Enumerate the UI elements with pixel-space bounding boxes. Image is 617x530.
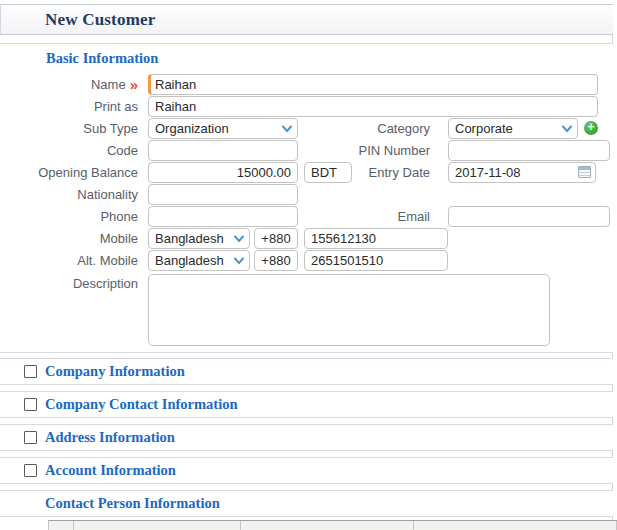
section-contact-person-information[interactable]: Contact Person Information bbox=[0, 490, 613, 517]
name-label: Name bbox=[91, 77, 126, 92]
entry-date-label: Entry Date bbox=[352, 165, 430, 180]
currency-code-input[interactable] bbox=[304, 162, 352, 183]
contact-person-table-header bbox=[48, 520, 617, 530]
print-as-input[interactable] bbox=[148, 96, 598, 117]
nationality-label: Nationality bbox=[77, 187, 138, 202]
mobile-number-input[interactable] bbox=[304, 228, 448, 249]
company-contact-information-checkbox[interactable] bbox=[24, 398, 37, 411]
category-label: Category bbox=[298, 121, 430, 136]
section-account-information[interactable]: Account Information bbox=[0, 457, 613, 484]
print-as-label: Print as bbox=[94, 99, 138, 114]
nationality-input[interactable] bbox=[148, 184, 298, 205]
description-row: Description bbox=[0, 271, 613, 349]
opening-balance-entry-date-row: Opening Balance Entry Date bbox=[0, 161, 613, 183]
name-input[interactable] bbox=[148, 74, 598, 95]
code-pin-row: Code PIN Number bbox=[0, 139, 613, 161]
alt-mobile-dial-code-input[interactable] bbox=[254, 250, 298, 271]
category-select[interactable]: Corporate bbox=[448, 118, 578, 139]
company-information-title[interactable]: Company Information bbox=[45, 363, 185, 380]
pin-number-input[interactable] bbox=[448, 140, 610, 161]
section-company-contact-information[interactable]: Company Contact Information bbox=[0, 391, 613, 418]
company-contact-information-title[interactable]: Company Contact Information bbox=[45, 396, 238, 413]
section-address-information[interactable]: Address Information bbox=[0, 424, 613, 451]
chevron-down-icon bbox=[234, 257, 244, 265]
table-header-cell bbox=[49, 521, 74, 530]
name-row: Name » bbox=[0, 73, 613, 95]
opening-balance-label: Opening Balance bbox=[38, 165, 138, 180]
sub-type-label: Sub Type bbox=[83, 121, 138, 136]
chevron-down-icon bbox=[562, 125, 572, 133]
alt-mobile-country-select[interactable]: Bangladesh bbox=[148, 250, 250, 271]
email-input[interactable] bbox=[448, 206, 610, 227]
required-marker: » bbox=[130, 77, 138, 92]
mobile-country-value: Bangladesh bbox=[155, 231, 224, 246]
phone-input[interactable] bbox=[148, 206, 298, 227]
page-title: New Customer bbox=[1, 10, 156, 30]
entry-date-field bbox=[448, 162, 596, 183]
add-category-icon[interactable]: + bbox=[584, 121, 598, 135]
account-information-title[interactable]: Account Information bbox=[45, 462, 176, 479]
sub-type-select[interactable]: Organization bbox=[148, 118, 298, 139]
print-as-row: Print as bbox=[0, 95, 613, 117]
mobile-label: Mobile bbox=[100, 231, 138, 246]
sub-type-value: Organization bbox=[155, 121, 229, 136]
alt-mobile-country-value: Bangladesh bbox=[155, 253, 224, 268]
category-value: Corporate bbox=[455, 121, 513, 136]
basic-information-title[interactable]: Basic Information bbox=[46, 50, 158, 67]
basic-information-form: Name » Print as Sub Type Organization Ca… bbox=[0, 73, 613, 349]
nationality-row: Nationality bbox=[0, 183, 613, 205]
chevron-down-icon bbox=[282, 125, 292, 133]
chevron-down-icon bbox=[234, 235, 244, 243]
mobile-country-select[interactable]: Bangladesh bbox=[148, 228, 250, 249]
new-customer-panel: New Customer Basic Information Name » Pr… bbox=[0, 0, 617, 530]
mobile-dial-code-input[interactable] bbox=[254, 228, 298, 249]
code-label: Code bbox=[107, 143, 138, 158]
calendar-icon[interactable] bbox=[578, 166, 591, 178]
entry-date-input[interactable] bbox=[448, 162, 596, 183]
company-information-checkbox[interactable] bbox=[24, 365, 37, 378]
phone-email-row: Phone Email bbox=[0, 205, 613, 227]
sub-type-category-row: Sub Type Organization Category Corporate… bbox=[0, 117, 613, 139]
email-label: Email bbox=[298, 209, 430, 224]
pin-number-label: PIN Number bbox=[298, 143, 430, 158]
mobile-row: Mobile Bangladesh bbox=[0, 227, 613, 249]
section-company-information[interactable]: Company Information bbox=[0, 358, 613, 385]
alt-mobile-label: Alt. Mobile bbox=[77, 253, 138, 268]
page-header: New Customer bbox=[0, 4, 613, 35]
contact-person-information-title[interactable]: Contact Person Information bbox=[45, 495, 220, 512]
address-information-title[interactable]: Address Information bbox=[45, 429, 175, 446]
opening-balance-input[interactable] bbox=[148, 162, 298, 183]
alt-mobile-row: Alt. Mobile Bangladesh bbox=[0, 249, 613, 271]
section-basic-information: Basic Information Name » Print as Sub Ty… bbox=[0, 43, 613, 353]
phone-label: Phone bbox=[100, 209, 138, 224]
account-information-checkbox[interactable] bbox=[24, 464, 37, 477]
table-header-cell bbox=[241, 521, 414, 530]
description-textarea[interactable] bbox=[148, 274, 550, 346]
table-header-cell bbox=[414, 521, 617, 530]
address-information-checkbox[interactable] bbox=[24, 431, 37, 444]
code-input[interactable] bbox=[148, 140, 298, 161]
table-header-cell bbox=[74, 521, 241, 530]
description-label: Description bbox=[73, 276, 138, 291]
alt-mobile-number-input[interactable] bbox=[304, 250, 448, 271]
